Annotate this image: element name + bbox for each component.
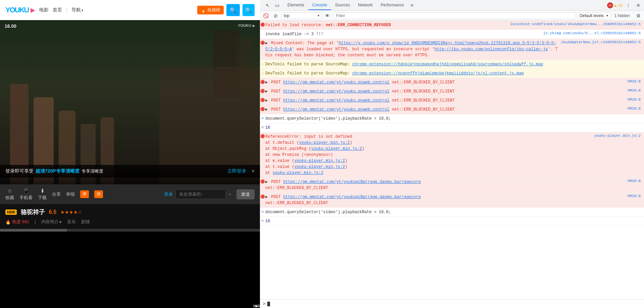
- hot-icon: 🔥: [201, 8, 206, 13]
- console-line: > document.querySelector('video').playba…: [260, 208, 644, 217]
- tab-network[interactable]: Network: [354, 1, 377, 10]
- console-line: ⚠ DevTools failed to parse SourceMap: ch…: [260, 60, 644, 69]
- error-stack-link4[interactable]: youku-player.min.js:2: [294, 165, 345, 169]
- console-line-content: DevTools failed to parse SourceMap: chro…: [265, 70, 643, 77]
- share-btn[interactable]: 分享: [52, 191, 61, 197]
- console-line: ⚠ DevTools failed to parse SourceMap: ch…: [260, 69, 644, 78]
- h-scrollbar[interactable]: [0, 229, 260, 232]
- error-stack-link3[interactable]: youku-player.min.js:2: [294, 159, 345, 163]
- video-rating: 6.5: [49, 209, 56, 215]
- search-icon-btn[interactable]: 🔍: [243, 4, 255, 16]
- console-line-content: ▶ POST https://gm.mmstat.com/yt/youku.pc…: [265, 79, 602, 86]
- sourcemap-link2[interactable]: chrome-extension://ncennffkjdiamlpmcbajk…: [352, 71, 524, 76]
- expand-arrow[interactable]: ▶: [265, 79, 269, 85]
- expand-arrow[interactable]: ▶: [265, 88, 269, 95]
- error-count-badge: 26: [607, 2, 613, 8]
- console-line-source[interactable]: VM28:8: [602, 193, 643, 199]
- nav-movie[interactable]: 电影: [39, 7, 49, 13]
- console-line: 🔴 ▶ POST https://gm.mmstat.com/yt/youku.…: [260, 78, 644, 87]
- console-line-content: document.querySelector('video').playback…: [265, 208, 643, 216]
- console-line-content: DevTools failed to parse SourceMap: chro…: [265, 61, 643, 68]
- video-meta: HDR 骆驼祥子 6.5 ★★★★☆ 🔥 热度 691 | 内容简介 ▾ 音乐 …: [0, 204, 260, 229]
- expand-arrow[interactable]: ▶: [265, 179, 269, 185]
- logo-text: YOUKU: [5, 6, 29, 14]
- error-icon: 🔴: [260, 193, 265, 199]
- barrage-link2[interactable]: https://gm.mmstat.com/yt/youkupcBarrage.…: [283, 195, 421, 199]
- send-btn[interactable]: 发送: [236, 189, 255, 199]
- download-btn[interactable]: ⬇ 下载: [38, 188, 47, 201]
- console-line-source[interactable]: youku-player.min.js:2: [593, 133, 643, 138]
- nav-home[interactable]: 首页: [53, 7, 62, 13]
- cursor-tool-btn[interactable]: ↖: [263, 1, 272, 10]
- sourcemap-link[interactable]: chrome-extension://hdokiejnpimakedhajhdl…: [352, 62, 543, 67]
- devtools-tabs: ↖ ▭ Elements Console Sources Network Per…: [260, 0, 644, 11]
- tab-console[interactable]: Console: [308, 1, 331, 10]
- episodes-link[interactable]: 剧情: [81, 219, 90, 225]
- video-area: 16.00 YOUKU ▶ 登录即可享受 超清720P专享清晰度 专享清晰度 立…: [0, 20, 260, 184]
- console-line-source[interactable]: VM28:8: [602, 97, 643, 102]
- error-stack-link[interactable]: youku-player.min.js:2: [299, 140, 350, 145]
- danmu-input[interactable]: [175, 189, 226, 199]
- error-icon: 🔴: [260, 133, 265, 138]
- login-now-link[interactable]: 立即登录: [227, 168, 246, 174]
- console-line: 🔴 ▶ POST https://gm.mmstat.com/yt/youkup…: [260, 178, 644, 193]
- report-btn[interactable]: 举报: [66, 191, 75, 197]
- close-devtools-btn[interactable]: ✕: [634, 1, 643, 10]
- console-line-source[interactable]: VM28:8: [602, 79, 643, 84]
- youku-logo: YOUKU ▶: [5, 6, 35, 14]
- error-stack-link5[interactable]: youku-player.min.js:2: [273, 171, 323, 175]
- post-link[interactable]: https://gm.mmstat.com/yt/youku.pcweb.con…: [283, 80, 389, 85]
- more-options-btn[interactable]: ⋮: [624, 1, 633, 10]
- nav-navigation[interactable]: 导航 ▾: [71, 7, 83, 13]
- console-line-source[interactable]: VM28:8: [602, 106, 643, 111]
- console-line-source[interactable]: localhost:undefined/youku/ikuAdapterNew.…: [509, 21, 643, 27]
- more-tabs-btn[interactable]: »: [408, 2, 417, 8]
- console-line: 🔴 ▶ POST https://gm.mmstat.com/yt/youku.…: [260, 96, 644, 105]
- console-line-source[interactable]: VM28:8: [602, 88, 643, 93]
- expand-arrow[interactable]: ▶: [265, 98, 269, 104]
- barrage-link[interactable]: https://gm.mmstat.com/yt/youkupcBarrage.…: [283, 180, 421, 184]
- post-link2[interactable]: https://gm.mmstat.com/yt/youku.pcweb.con…: [283, 89, 389, 94]
- close-banner-button[interactable]: ×: [252, 168, 255, 174]
- console-settings-btn[interactable]: ⚙: [634, 11, 643, 20]
- speed-btn-2[interactable]: 弹: [94, 190, 103, 198]
- mobile-btn[interactable]: 📱 手机看: [19, 188, 33, 201]
- console-line: < 16: [260, 217, 644, 226]
- collect-btn[interactable]: ☆ 收藏: [5, 188, 14, 201]
- tab-performance[interactable]: Performance: [377, 1, 408, 10]
- post-link3[interactable]: https://gm.mmstat.com/yt/youku.pcweb.con…: [283, 98, 389, 103]
- download-icon: ⬇: [40, 188, 45, 194]
- hot-search-btn[interactable]: 🔥 热搜榜: [197, 6, 224, 14]
- console-line-source[interactable]: js.ykimg.com/youku/d...s?_=1585553311400…: [542, 30, 643, 36]
- console-line-source[interactable]: ikuAdapterNew.js?_=158555331140052:5: [559, 40, 643, 45]
- expand-arrow[interactable]: ▶: [265, 194, 269, 200]
- console-line-content: 16: [265, 218, 643, 225]
- hdr-badge: HDR: [5, 209, 17, 215]
- console-filter-input[interactable]: [333, 12, 576, 19]
- device-tool-btn[interactable]: ▭: [273, 1, 281, 10]
- context-selector[interactable]: top ▾: [281, 12, 322, 19]
- live-expressions-btn[interactable]: 👁: [323, 11, 332, 20]
- h-scrollbar-thumb[interactable]: [0, 229, 67, 232]
- expand-arrow[interactable]: ▶: [265, 40, 269, 46]
- log-level-selector[interactable]: Default levels ▾: [577, 12, 610, 19]
- login-link[interactable]: 登录: [164, 191, 173, 197]
- post-link4[interactable]: https://gm.mmstat.com/yt/youku.pcweb.con…: [283, 107, 389, 112]
- stop-recording-btn[interactable]: ⊘: [271, 11, 280, 20]
- error-stack-link2[interactable]: youku-player.min.js:2: [311, 146, 362, 151]
- clear-console-btn[interactable]: 🚫: [261, 11, 270, 20]
- search-button[interactable]: 🔍: [226, 4, 240, 16]
- intro-link[interactable]: 内容简介 ▾: [41, 219, 62, 225]
- error-icon: 🔴: [260, 40, 265, 45]
- music-link[interactable]: 音乐: [67, 219, 76, 225]
- tab-elements[interactable]: Elements: [283, 1, 308, 10]
- console-line-source[interactable]: VM28:8: [602, 178, 643, 184]
- scroll-right-arrow[interactable]: ▶: [253, 305, 260, 307]
- console-line: < 16: [260, 123, 644, 132]
- expand-arrow[interactable]: ▶: [265, 107, 269, 113]
- video-title: 骆驼祥子: [21, 208, 45, 216]
- insecure-script-link[interactable]: http://iku.youku.com/onlineconfig/iku-ca…: [434, 47, 548, 52]
- tab-sources[interactable]: Sources: [331, 1, 354, 10]
- mobile-icon: 📱: [23, 188, 30, 194]
- speed-btn-1[interactable]: 弹: [80, 190, 89, 198]
